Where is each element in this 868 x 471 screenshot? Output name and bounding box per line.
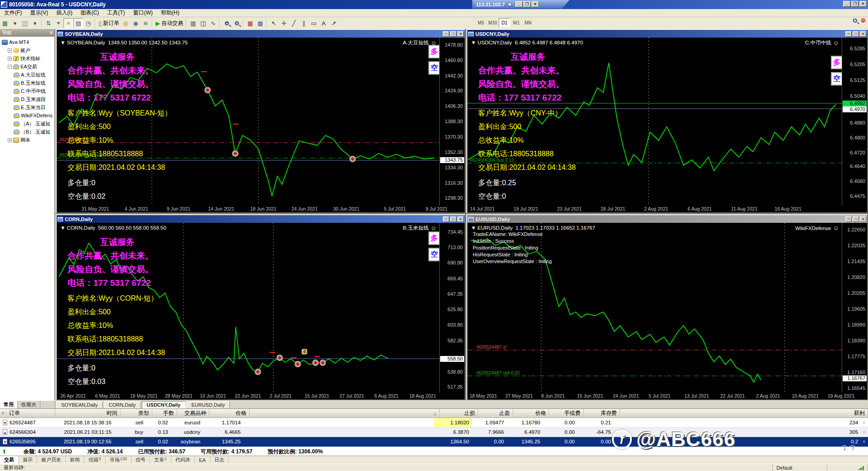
menu-item[interactable]: 工具(T) (103, 9, 129, 17)
terminal-tab-代码库[interactable]: 代码库 (171, 456, 195, 464)
column-header[interactable]: 订单 (6, 409, 55, 418)
tree-expand-toggle[interactable]: + (8, 48, 12, 53)
chart-canvas[interactable]: #626535895 sl#626535895 sell 0.02▼ SOYBE… (57, 38, 465, 212)
terminal-tab-信箱[interactable]: 信箱8 (84, 456, 106, 464)
clock-button[interactable]: ◷ (83, 18, 93, 28)
tree-item[interactable]: （B）.互诚短 (0, 128, 54, 136)
time-axis[interactable]: 31 May 20214 Jun 20219 Jun 202114 Jun 20… (57, 206, 439, 212)
status-profile[interactable]: Default (773, 464, 827, 471)
data-window-button[interactable]: ▤ (73, 18, 83, 28)
terminal-tab-EA[interactable]: EA (195, 457, 210, 463)
terminal-tab-交易[interactable]: 交易 (0, 456, 19, 464)
tree-item[interactable]: +账户 (0, 46, 54, 54)
terminal-tab-信号[interactable]: 信号 (131, 456, 150, 464)
text-tool-button[interactable]: A (319, 18, 329, 28)
period-button-mn[interactable]: MN (522, 18, 534, 27)
tree-item[interactable]: +ƒ技术指标 (0, 54, 54, 62)
caret-button[interactable]: ▾ (30, 18, 40, 28)
sell-short-button[interactable]: 空 (428, 61, 440, 75)
buy-long-button[interactable]: 多 (428, 231, 440, 245)
column-header[interactable]: 止盈 (478, 409, 513, 418)
column-header[interactable]: 库存费 (584, 409, 620, 418)
column-header[interactable]: 价格 (513, 409, 549, 418)
column-header[interactable]: 交易品种 (177, 409, 209, 418)
chart-minimize-button[interactable]: ─ (845, 216, 852, 222)
tree-expand-toggle[interactable]: + (8, 57, 12, 61)
autotrade-button[interactable]: ▶自动交易 (154, 18, 184, 28)
chart-tab-corn[interactable]: CORN,Daily (104, 401, 141, 409)
price-scale[interactable]: 1.226501.220351.214351.208201.202051.196… (842, 223, 867, 393)
column-header[interactable]: 时间 (55, 409, 121, 418)
channel-button[interactable]: ∥ (299, 18, 309, 28)
new-order-button[interactable]: ▯新订单 (97, 18, 121, 28)
rdp-pin-icon[interactable] (508, 2, 512, 6)
price-scale[interactable]: 734.45713.00690.90669.45647.35625.90603.… (439, 223, 465, 393)
period-button-w1[interactable]: W1 (510, 18, 522, 27)
terminal-tab-文章[interactable]: 文章1 (150, 456, 171, 464)
chart-tab-eurusd[interactable]: EURUSD,Daily (186, 401, 230, 409)
tree-item[interactable]: Ava MT4 (0, 38, 54, 46)
chart-minimize-button[interactable]: ─ (443, 216, 449, 222)
zoom-out-button[interactable]: – (232, 18, 242, 28)
rect-tool-button[interactable]: ▭ (309, 18, 319, 28)
tree-item[interactable]: E.玉米当日 (0, 103, 54, 111)
time-axis[interactable]: 14 Jul 202119 Jul 202123 Jul 202128 Jul … (467, 206, 842, 212)
close-order-icon[interactable]: × (863, 430, 865, 435)
chart-tab-soybean[interactable]: SOYBEAN,Daily (56, 401, 103, 409)
menu-item[interactable]: 文件(F) (0, 9, 26, 17)
navigator-tab-常用[interactable]: 常用 (0, 401, 18, 409)
price-scale[interactable]: 1478.801460.801442.301424.301406.301388.… (439, 38, 465, 206)
chart-maximize-button[interactable]: □ (450, 31, 456, 37)
close-order-icon[interactable]: × (863, 439, 865, 444)
column-header[interactable]: 止损 (440, 409, 478, 418)
candle-chart-button[interactable]: ◫ (198, 18, 208, 28)
accounts-button[interactable]: ◉ (131, 18, 141, 28)
chart-tab-usdcny[interactable]: USDCNY,Daily (142, 401, 186, 409)
app-restore-button[interactable]: ❐ (851, 1, 858, 7)
tree-item[interactable]: WikiFXDefens (0, 111, 54, 120)
period-button-m5[interactable]: M5 (475, 18, 487, 27)
chart-close-button[interactable]: × (457, 216, 464, 222)
menu-item[interactable]: 插入(I) (52, 9, 76, 17)
chart-minimize-button[interactable]: ─ (443, 31, 449, 37)
tile-windows-button[interactable]: ▦ (245, 18, 255, 28)
favorites-button[interactable]: ✶ (63, 18, 73, 28)
app-minimize-button[interactable]: _ (843, 1, 850, 7)
tree-item[interactable]: +脚本 (0, 136, 54, 144)
zoom-in-button[interactable]: + (222, 18, 232, 28)
tree-item[interactable]: （A）.互诚短 (0, 120, 54, 128)
crosshair-button[interactable]: ⌖ (53, 18, 63, 28)
terminal-close-icon[interactable]: × (0, 411, 6, 416)
symbol-search-icon[interactable] (853, 19, 857, 23)
tree-item[interactable]: −EA交易 (0, 62, 54, 71)
chart-canvas[interactable]: #624566304 buy 0.13▼ USDCNY,Daily 6.4852… (467, 38, 867, 212)
terminal-tab-日志[interactable]: 日志 (210, 456, 229, 464)
rdp-close-button[interactable]: × (532, 1, 539, 7)
column-header[interactable]: 获利 (620, 409, 868, 418)
chart-close-button[interactable]: × (860, 216, 866, 222)
order-row[interactable]: 6265358952021.08.19 00:12:55sell0.02soyb… (0, 437, 868, 447)
chart-canvas[interactable]: ▼ CORN,Daily 560.00 560.50 558.00 558.50… (57, 223, 465, 399)
chart-close-button[interactable]: × (457, 31, 464, 37)
sell-short-button[interactable]: 空 (428, 248, 440, 261)
column-header[interactable]: 价格 (209, 409, 250, 418)
order-row[interactable]: 6245663042021.06.21 03:11:15buy0.13usdcn… (0, 428, 868, 437)
chart-canvas[interactable]: #626524487 sl#626524487 sell 0.02▼ EURUS… (467, 223, 867, 399)
bars-chart-button[interactable]: ▥ (188, 18, 198, 28)
profiles-button[interactable]: ◫ (20, 18, 30, 28)
cascade-button[interactable]: ▩ (255, 18, 265, 28)
column-header[interactable]: 手续费 (549, 409, 584, 418)
tree-expand-toggle[interactable]: + (8, 138, 12, 142)
chart-maximize-button[interactable]: □ (853, 216, 859, 222)
buy-long-button[interactable]: 多 (831, 56, 843, 69)
period-button-m30[interactable]: M30 (487, 18, 499, 27)
rdp-restore-button[interactable]: ❐ (524, 1, 531, 7)
cross-tool-button[interactable]: ✛ (279, 18, 289, 28)
column-header[interactable]: 手数 (152, 409, 177, 418)
navigator-tab-收藏夹[interactable]: 收藏夹 (18, 401, 40, 409)
app-close-button[interactable]: × (859, 1, 867, 7)
price-scale[interactable]: 6.52856.52056.51256.50406.48806.48006.47… (842, 38, 867, 206)
caret-button[interactable]: ▾ (10, 18, 20, 28)
sell-short-button[interactable]: 空 (831, 72, 843, 86)
tree-item[interactable]: A.大豆短线 (0, 71, 54, 79)
